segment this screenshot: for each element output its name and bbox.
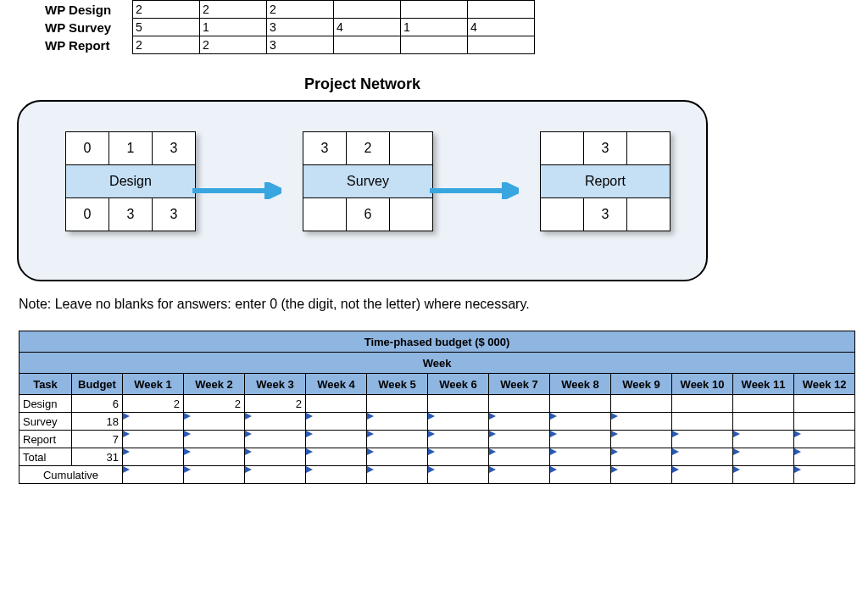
budget-input-cell[interactable] [550,466,611,484]
budget-input-cell[interactable] [733,466,794,484]
input-flag-icon [367,466,374,473]
budget-input-cell[interactable] [123,448,184,466]
svg-marker-3 [504,184,519,197]
input-flag-icon [489,448,496,455]
budget-input-cell[interactable] [794,466,855,484]
budget-input-cell[interactable] [733,448,794,466]
budget-input-cell[interactable] [611,431,672,448]
budget-input-cell[interactable] [428,448,489,466]
wp-cell [468,36,535,54]
budget-task-label: Design [19,395,72,413]
budget-input-cell[interactable] [306,448,367,466]
input-flag-icon [550,431,557,437]
budget-input-cell[interactable] [306,466,367,484]
budget-input-cell[interactable] [794,448,855,466]
budget-input-cell[interactable] [672,448,733,466]
input-flag-icon [794,466,801,473]
wp-row-label: WP Report [42,36,133,54]
budget-cell [794,413,855,431]
budget-cell [306,395,367,413]
input-flag-icon [306,431,313,437]
budget-input-cell[interactable] [184,448,245,466]
input-flag-icon [428,431,435,437]
input-flag-icon [184,448,191,455]
budget-cell [611,395,672,413]
budget-input-cell[interactable] [306,431,367,448]
input-flag-icon [550,466,557,473]
input-flag-icon [611,466,618,473]
node-cell [541,132,584,165]
budget-input-cell[interactable] [489,431,550,448]
budget-task-label: Survey [19,413,72,431]
node-cell [627,132,670,165]
budget-input-cell[interactable] [733,431,794,448]
budget-input-cell[interactable] [306,413,367,431]
budget-input-cell[interactable] [550,448,611,466]
budget-col-header: Week 9 [611,374,672,395]
wp-cell: 4 [334,19,401,36]
budget-cell [489,395,550,413]
input-flag-icon [611,431,618,437]
budget-col-header: Week 6 [428,374,489,395]
wp-cell: 1 [401,19,468,36]
input-flag-icon [245,413,252,420]
network-node-survey: 32Survey6 [303,131,433,231]
budget-input-cell[interactable] [428,466,489,484]
node-cell: 3 [303,132,347,165]
budget-input-cell[interactable] [245,466,306,484]
budget-input-cell[interactable] [367,431,428,448]
budget-col-header: Week 4 [306,374,367,395]
node-cell: 1 [109,132,153,165]
node-cell [303,198,347,231]
network-title: Project Network [17,75,708,93]
budget-input-cell[interactable] [428,431,489,448]
budget-value: 18 [72,413,123,431]
budget-input-cell[interactable] [489,466,550,484]
wp-row-label: WP Survey [42,19,133,36]
budget-input-cell[interactable] [367,448,428,466]
budget-input-cell[interactable] [550,431,611,448]
budget-input-cell[interactable] [672,431,733,448]
wp-cell: 2 [200,36,267,54]
budget-input-cell[interactable] [123,413,184,431]
budget-input-cell[interactable] [489,413,550,431]
budget-input-cell[interactable] [123,431,184,448]
budget-cell: 2 [123,395,184,413]
budget-col-header: Week 1 [123,374,184,395]
input-flag-icon [733,466,740,473]
budget-input-cell[interactable] [794,431,855,448]
budget-input-cell[interactable] [489,448,550,466]
budget-input-cell[interactable] [245,413,306,431]
input-flag-icon [245,431,252,437]
budget-input-cell[interactable] [245,431,306,448]
wp-cell: 2 [267,1,334,19]
budget-input-cell[interactable] [245,448,306,466]
budget-input-cell[interactable] [123,466,184,484]
input-flag-icon [794,448,801,455]
budget-input-cell[interactable] [184,413,245,431]
budget-input-cell[interactable] [611,466,672,484]
budget-input-cell[interactable] [550,413,611,431]
budget-input-cell[interactable] [428,413,489,431]
budget-col-header: Week 7 [489,374,550,395]
budget-input-cell[interactable] [367,466,428,484]
budget-input-cell[interactable] [672,466,733,484]
input-flag-icon [428,448,435,455]
budget-cell [672,395,733,413]
node-cell: 3 [109,198,153,231]
wp-cell [401,36,468,54]
budget-input-cell[interactable] [367,413,428,431]
budget-input-cell[interactable] [184,431,245,448]
budget-input-cell[interactable] [184,466,245,484]
input-flag-icon [733,448,740,455]
input-flag-icon [245,466,252,473]
budget-input-cell[interactable] [611,448,672,466]
node-cell [541,198,584,231]
wp-cell: 2 [200,1,267,19]
network-node-design: 013Design033 [65,131,196,231]
budget-col-header: Week 10 [672,374,733,395]
input-flag-icon [123,448,130,455]
wp-cell [334,1,401,19]
budget-input-cell[interactable] [611,413,672,431]
node-cell: 3 [153,132,196,165]
